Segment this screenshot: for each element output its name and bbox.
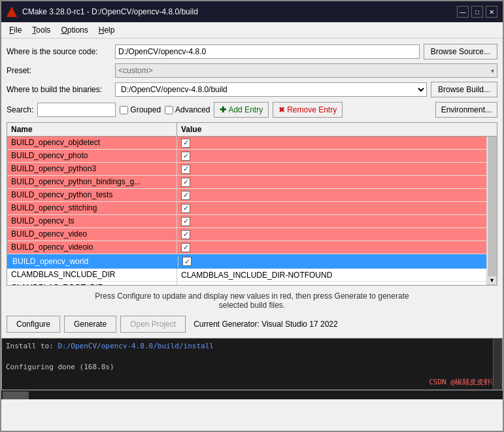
- entry-value[interactable]: [177, 241, 497, 254]
- scroll-down-button[interactable]: ▼: [488, 276, 497, 285]
- output-text: Install to:: [6, 342, 58, 350]
- open-project-button[interactable]: Open Project: [120, 316, 186, 333]
- entry-value[interactable]: [177, 150, 497, 162]
- output-link: D:/OpenCV/opencv-4.8.0/build/install: [58, 342, 213, 350]
- generator-info: Current Generator: Visual Studio 17 2022: [190, 320, 342, 329]
- toolbar-row: Search: Grouped Advanced ✚ Add Entry ✖ R…: [7, 101, 497, 119]
- entry-value[interactable]: [177, 202, 497, 214]
- table-row[interactable]: BUILD_opencv_ts: [7, 215, 497, 228]
- name-column-header: Name: [7, 123, 177, 136]
- output-scrollbar[interactable]: [493, 339, 502, 390]
- table-scrollbar[interactable]: ▲ ▼: [486, 123, 497, 285]
- advanced-checkbox-label[interactable]: Advanced: [165, 105, 210, 114]
- output-line: [6, 352, 498, 362]
- add-icon: ✚: [220, 105, 226, 114]
- entry-value[interactable]: [177, 228, 497, 241]
- browse-build-button[interactable]: Browse Build...: [431, 82, 497, 97]
- status-text: Press Configure to update and display ne…: [7, 289, 497, 312]
- window-title: CMake 3.28.0-rc1 - D:/OpenCV/opencv-4.8.…: [22, 7, 452, 16]
- preset-row: Preset: <custom> ▾: [7, 63, 497, 78]
- table-row[interactable]: BUILD_opencv_python3: [7, 163, 497, 176]
- menu-help[interactable]: Help: [93, 24, 120, 37]
- checkbox-icon[interactable]: [181, 217, 190, 226]
- checkbox-icon[interactable]: [181, 243, 190, 252]
- table-row-selected[interactable]: BUILD_opencv_world: [7, 254, 497, 269]
- source-input[interactable]: [115, 44, 420, 59]
- environment-button[interactable]: Environment...: [435, 102, 497, 118]
- remove-icon: ✖: [278, 105, 285, 114]
- output-line: Configuring done (168.8s): [6, 362, 498, 373]
- table-row[interactable]: CLAMDBLAS_INCLUDE_DIR CLAMDBLAS_INCLUDE_…: [7, 269, 497, 282]
- entry-value[interactable]: [177, 137, 497, 149]
- main-content: Where is the source code: Browse Source.…: [1, 39, 503, 338]
- grouped-label: Grouped: [130, 105, 161, 114]
- value-column-header: Value: [177, 123, 486, 136]
- entry-name: BUILD_opencv_objdetect: [7, 137, 177, 149]
- table-row[interactable]: BUILD_opencv_photo: [7, 150, 497, 163]
- table-row[interactable]: BUILD_opencv_python_bindings_g...: [7, 176, 497, 189]
- entry-value[interactable]: [177, 215, 497, 227]
- search-label: Search:: [7, 105, 33, 114]
- generate-button[interactable]: Generate: [64, 316, 116, 333]
- browse-source-button[interactable]: Browse Source...: [424, 44, 497, 59]
- entry-value[interactable]: [178, 256, 496, 267]
- advanced-checkbox[interactable]: [165, 106, 173, 114]
- table-row[interactable]: BUILD_opencv_video: [7, 228, 497, 241]
- preset-label: Preset:: [7, 66, 111, 75]
- entry-name: CLAMDBLAS_INCLUDE_DIR: [7, 269, 177, 281]
- build-row: Where to build the binaries: D:/OpenCV/o…: [7, 82, 497, 97]
- output-area: Install to: D:/OpenCV/opencv-4.8.0/build…: [1, 338, 503, 390]
- entry-name: BUILD_opencv_python_tests: [7, 189, 177, 201]
- menu-bar: File Tools Options Help: [1, 22, 503, 39]
- app-logo: [7, 7, 17, 17]
- preset-value: <custom>: [118, 66, 153, 75]
- entries-table[interactable]: Name Value BUILD_opencv_objdetect BUILD_…: [7, 122, 497, 286]
- build-input[interactable]: D:/OpenCV/opencv-4.8.0/build: [115, 82, 427, 97]
- checkbox-icon[interactable]: [181, 139, 190, 148]
- title-bar: CMake 3.28.0-rc1 - D:/OpenCV/opencv-4.8.…: [1, 1, 503, 22]
- add-entry-button[interactable]: ✚ Add Entry: [214, 102, 269, 118]
- table-row[interactable]: BUILD_opencv_videoio: [7, 241, 497, 254]
- checkbox-icon[interactable]: [181, 178, 190, 187]
- table-row[interactable]: BUILD_opencv_objdetect: [7, 137, 497, 150]
- entry-value: CLAMDBLAS_ROOT_DIR-NOTFOUND: [177, 282, 497, 286]
- bottom-scroll-thumb[interactable]: [3, 391, 29, 399]
- grouped-checkbox-label[interactable]: Grouped: [120, 105, 161, 114]
- table-row[interactable]: BUILD_opencv_stitching: [7, 202, 497, 215]
- search-input[interactable]: [37, 103, 116, 117]
- entry-name: BUILD_opencv_python3: [7, 163, 177, 175]
- entry-value[interactable]: [177, 163, 497, 175]
- output-text: Configuring done (168.8s): [6, 363, 114, 371]
- checkbox-icon[interactable]: [181, 165, 190, 174]
- menu-options[interactable]: Options: [56, 24, 93, 37]
- close-button[interactable]: ✕: [486, 6, 497, 18]
- checkbox-icon[interactable]: [181, 152, 190, 161]
- menu-file[interactable]: File: [4, 24, 27, 37]
- build-label: Where to build the binaries:: [7, 85, 111, 94]
- menu-tools[interactable]: Tools: [27, 24, 56, 37]
- preset-combo[interactable]: <custom> ▾: [115, 63, 497, 78]
- bottom-scroll-bar[interactable]: [1, 390, 503, 399]
- checkbox-icon[interactable]: [181, 204, 190, 213]
- checkbox-icon[interactable]: [182, 257, 192, 266]
- action-buttons: Configure Generate Open Project Current …: [7, 316, 497, 333]
- entry-value[interactable]: [177, 189, 497, 201]
- entry-value[interactable]: [177, 176, 497, 188]
- table-row[interactable]: BUILD_opencv_python_tests: [7, 189, 497, 202]
- minimize-button[interactable]: —: [457, 6, 469, 18]
- checkbox-icon[interactable]: [181, 230, 190, 239]
- table-row[interactable]: CLAMDBLAS_ROOT_DIR CLAMDBLAS_ROOT_DIR-NO…: [7, 282, 497, 286]
- advanced-label: Advanced: [175, 105, 210, 114]
- grouped-checkbox[interactable]: [120, 106, 128, 114]
- watermark: CSDN @椒颠皮皮虾①: [429, 377, 498, 387]
- scroll-thumb[interactable]: [488, 132, 497, 276]
- configure-button[interactable]: Configure: [7, 316, 60, 333]
- entry-name: BUILD_opencv_photo: [7, 150, 177, 162]
- preset-arrow-icon: ▾: [491, 67, 494, 75]
- entry-name: CLAMDBLAS_ROOT_DIR: [7, 282, 177, 286]
- app-window: CMake 3.28.0-rc1 - D:/OpenCV/opencv-4.8.…: [0, 0, 504, 432]
- table-header: Name Value: [7, 123, 497, 137]
- checkbox-icon[interactable]: [181, 191, 190, 200]
- remove-entry-button[interactable]: ✖ Remove Entry: [273, 102, 343, 118]
- maximize-button[interactable]: □: [471, 6, 483, 18]
